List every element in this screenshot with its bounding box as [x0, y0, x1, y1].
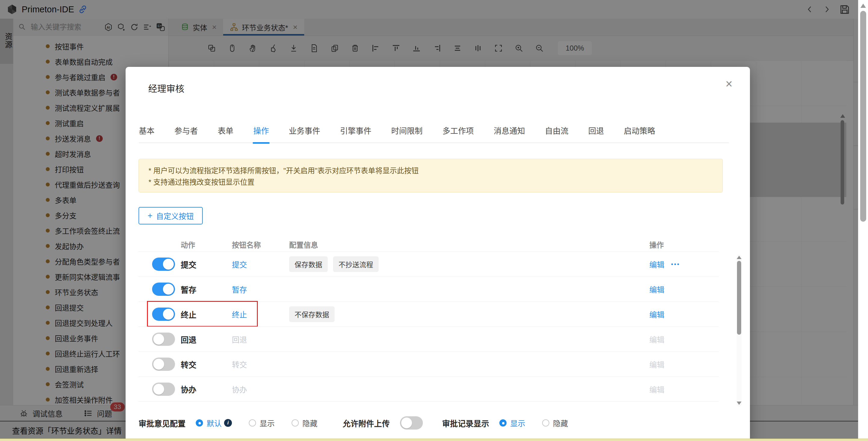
enable-toggle[interactable]	[152, 308, 175, 321]
dialog-tab[interactable]: 多工作项	[442, 125, 474, 136]
record-radio-group: 显示隐藏	[499, 417, 568, 428]
action-label: 提交	[181, 259, 232, 270]
radio-button[interactable]	[196, 419, 203, 427]
more-actions-icon[interactable]: •••	[671, 261, 680, 268]
radio-button[interactable]	[249, 419, 256, 427]
dialog-tab[interactable]: 参与者	[175, 125, 198, 136]
radio-label: 显示	[259, 417, 275, 428]
radio-button[interactable]	[499, 419, 506, 427]
enable-toggle[interactable]	[152, 333, 175, 346]
action-label: 回退	[181, 334, 232, 345]
table-header: 动作 按钮名称 配置信息 操作	[138, 237, 719, 252]
button-name-link: 协办	[232, 384, 289, 395]
dialog-tab-bar: 基本参与者表单操作业务事件引擎事件时间限制多工作项消息通知自由流回退启动策略	[139, 125, 729, 143]
config-tag: 不抄送流程	[333, 256, 379, 272]
edit-link: 编辑	[649, 334, 664, 345]
row-operations: 编辑	[649, 334, 719, 345]
radio-label: 隐藏	[553, 417, 568, 428]
radio-button[interactable]	[542, 419, 549, 427]
button-config-row: 终止终止不保存数据编辑	[138, 302, 719, 326]
button-name-link[interactable]: 提交	[232, 259, 289, 270]
edit-link[interactable]: 编辑	[649, 309, 664, 320]
opinion-radio-group: 默认i显示隐藏	[196, 417, 317, 428]
button-name-link: 转交	[232, 359, 289, 370]
button-config-row: 暂存暂存编辑	[138, 277, 719, 302]
button-config-row: 回退回退编辑	[138, 326, 719, 351]
os-scrollbar[interactable]	[858, 0, 868, 441]
enable-toggle[interactable]	[152, 257, 175, 271]
bottom-accent-strip	[0, 439, 868, 441]
notice-line: * 用户可以为流程指定环节选择所需按钮，"开关启用"表示对应环节表单将显示此按钮	[149, 165, 722, 177]
col-action: 动作	[181, 239, 232, 250]
dialog-tab[interactable]: 消息通知	[494, 125, 525, 136]
dialog-tab[interactable]: 回退	[588, 125, 604, 136]
radio-button[interactable]	[291, 419, 299, 427]
config-tags: 保存数据不抄送流程	[289, 256, 649, 272]
close-icon[interactable]: ×	[725, 78, 733, 90]
dialog-tab[interactable]: 基本	[139, 125, 155, 136]
table-scrollbar[interactable]	[737, 255, 742, 407]
dialog-tab[interactable]: 操作	[253, 125, 269, 136]
radio-option[interactable]: 显示	[249, 417, 275, 428]
add-custom-button-label: 自定义按钮	[156, 210, 194, 221]
edit-link: 编辑	[649, 384, 664, 395]
table-scrollbar-thumb[interactable]	[737, 261, 741, 335]
button-name-link: 回退	[232, 334, 289, 345]
enable-toggle[interactable]	[152, 357, 175, 371]
row-operations: 编辑•••	[649, 259, 719, 270]
dialog-tab[interactable]: 自由流	[545, 125, 568, 136]
button-name-link[interactable]: 终止	[232, 309, 289, 320]
action-label: 暂存	[181, 284, 232, 295]
action-label: 终止	[181, 309, 232, 320]
dialog-title: 经理审核	[148, 81, 184, 95]
button-config-table: 动作 按钮名称 配置信息 操作 提交提交保存数据不抄送流程编辑•••暂存暂存编辑…	[138, 237, 719, 402]
info-icon: i	[224, 419, 232, 427]
button-config-row: 提交提交保存数据不抄送流程编辑•••	[138, 252, 719, 277]
col-config: 配置信息	[289, 239, 649, 250]
dialog-tab[interactable]: 启动策略	[624, 125, 655, 136]
action-label: 协办	[181, 383, 232, 395]
enable-toggle[interactable]	[152, 383, 175, 396]
dialog-tab[interactable]: 引擎事件	[340, 125, 371, 136]
record-display-label: 审批记录显示	[442, 417, 489, 429]
notice-line: * 支持通过拖拽改变按钮显示位置	[149, 177, 722, 188]
button-config-row: 协办协办编辑	[138, 377, 719, 402]
scroll-up-icon[interactable]	[861, 4, 866, 8]
row-operations: 编辑	[649, 359, 719, 370]
dialog-footer: 审批意见配置 默认i显示隐藏 允许附件上传 审批记录显示 显示隐藏	[138, 416, 723, 430]
button-config-row: 转交转交编辑	[138, 351, 719, 377]
os-scrollbar-thumb[interactable]	[860, 11, 866, 222]
config-tags: 不保存数据	[289, 306, 649, 322]
button-name-link[interactable]: 暂存	[232, 284, 289, 294]
radio-option[interactable]: 隐藏	[291, 417, 317, 428]
scroll-up-icon[interactable]	[737, 256, 742, 259]
radio-option[interactable]: 显示	[499, 417, 525, 428]
radio-label: 显示	[510, 417, 525, 428]
node-settings-dialog: 经理审核 × 基本参与者表单操作业务事件引擎事件时间限制多工作项消息通知自由流回…	[126, 67, 750, 441]
dialog-tab[interactable]: 业务事件	[289, 125, 320, 136]
config-tag: 不保存数据	[289, 306, 335, 322]
edit-link: 编辑	[649, 359, 664, 370]
radio-label: 默认	[207, 417, 222, 428]
enable-toggle[interactable]	[152, 283, 175, 296]
row-operations: 编辑	[649, 309, 719, 320]
attachment-upload-label: 允许附件上传	[343, 417, 390, 429]
opinion-config-label: 审批意见配置	[138, 417, 186, 429]
row-operations: 编辑	[649, 384, 719, 395]
edit-link[interactable]: 编辑	[649, 284, 664, 294]
radio-option[interactable]: 默认i	[196, 417, 232, 428]
config-tag: 保存数据	[289, 256, 328, 272]
table-body: 提交提交保存数据不抄送流程编辑•••暂存暂存编辑终止终止不保存数据编辑回退回退编…	[138, 252, 719, 402]
dialog-tab[interactable]: 表单	[218, 125, 234, 136]
notice-box: * 用户可以为流程指定环节选择所需按钮，"开关启用"表示对应环节表单将显示此按钮…	[138, 159, 723, 192]
scroll-down-icon[interactable]	[737, 402, 742, 405]
row-operations: 编辑	[649, 284, 719, 294]
edit-link[interactable]: 编辑	[649, 259, 664, 270]
attachment-upload-toggle[interactable]	[400, 416, 423, 430]
radio-label: 隐藏	[302, 417, 317, 428]
radio-option[interactable]: 隐藏	[542, 417, 568, 428]
add-custom-button[interactable]: + 自定义按钮	[138, 207, 203, 224]
col-operation: 操作	[649, 239, 664, 250]
dialog-tab[interactable]: 时间限制	[391, 125, 423, 136]
action-label: 转交	[181, 359, 232, 370]
